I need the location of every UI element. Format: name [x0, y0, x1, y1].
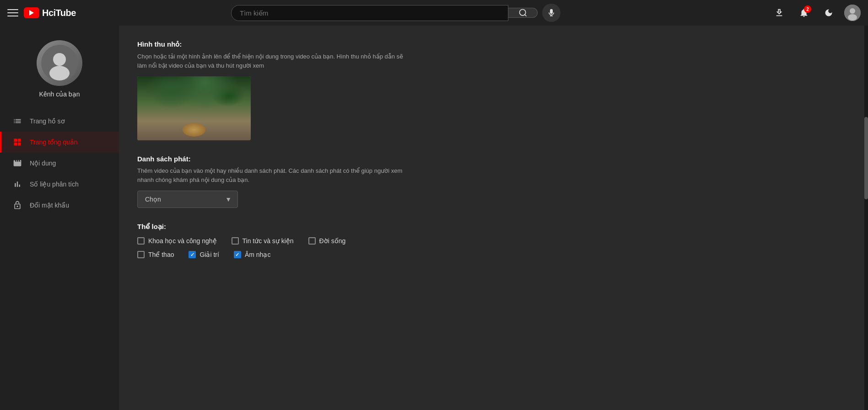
search-input-wrap — [231, 5, 508, 21]
theme-toggle-button[interactable] — [819, 4, 838, 22]
scrollbar-thumb[interactable] — [864, 117, 868, 199]
upload-icon — [774, 8, 784, 18]
category-science[interactable]: Khoa học và công nghệ — [137, 237, 217, 245]
playlist-select[interactable]: Chọn — [137, 191, 238, 208]
sidebar-item-profile[interactable]: Trang hồ sơ — [0, 111, 119, 132]
notifications-button[interactable]: 2 — [795, 4, 813, 22]
avatar-image — [844, 5, 861, 21]
thumbnail-preview[interactable] — [137, 76, 251, 140]
checkbox-music[interactable] — [234, 251, 241, 258]
label-lifestyle: Đời sống — [319, 237, 346, 245]
notification-badge: 2 — [804, 5, 811, 13]
hamburger-menu[interactable] — [7, 7, 18, 18]
sidebar-item-password[interactable]: Đổi mật khẩu — [0, 195, 119, 216]
svg-point-6 — [53, 53, 66, 66]
sidebar-item-dashboard[interactable]: Trang tổng quản — [0, 132, 119, 153]
thumbnail-title: Hình thu nhỏ: — [137, 40, 850, 48]
analytics-icon — [12, 179, 22, 189]
user-avatar[interactable] — [844, 5, 861, 21]
profile-name: Kênh của bạn — [39, 91, 80, 98]
nav-left: HciTube — [7, 7, 126, 18]
list-icon — [12, 116, 22, 126]
sidebar: Kênh của bạn Trang hồ sơ Trang — [0, 26, 119, 410]
mic-icon — [547, 9, 555, 17]
categories-row-1: Khoa học và công nghệ Tin tức và sự kiện… — [137, 237, 850, 245]
logo-icon — [24, 7, 39, 18]
sidebar-label-profile: Trang hồ sơ — [30, 117, 65, 125]
checkbox-news[interactable] — [232, 237, 239, 245]
categories-row-2: Thể thao Giải trí Âm nhạc — [137, 251, 850, 258]
label-sports: Thể thao — [148, 251, 174, 258]
playlist-section: Danh sách phát: Thêm video của bạn vào m… — [137, 155, 850, 208]
search-input[interactable] — [232, 5, 508, 21]
main-content: Hình thu nhỏ: Chọn hoặc tải một hình ảnh… — [119, 26, 868, 410]
profile-avatar[interactable] — [37, 40, 82, 86]
content-icon — [12, 158, 22, 168]
label-news: Tin tức và sự kiện — [243, 237, 294, 245]
label-entertainment: Giải trí — [199, 251, 219, 258]
svg-point-0 — [519, 10, 525, 16]
category-news[interactable]: Tin tức và sự kiện — [232, 237, 294, 245]
sidebar-label-content: Nội dung — [30, 160, 56, 167]
category-entertainment[interactable]: Giải trí — [189, 251, 219, 258]
svg-point-3 — [850, 8, 855, 14]
playlist-select-wrap: Chọn ▼ — [137, 191, 238, 208]
lock-icon — [12, 200, 22, 210]
top-navigation: HciTube 2 — [0, 0, 868, 26]
nav-right: 2 — [770, 4, 861, 22]
categories-grid: Khoa học và công nghệ Tin tức và sự kiện… — [137, 237, 850, 258]
checkbox-entertainment[interactable] — [189, 251, 196, 258]
sidebar-label-analytics: Số liệu phân tích — [30, 181, 79, 188]
checkbox-lifestyle[interactable] — [308, 237, 316, 245]
thumbnail-overlay — [183, 123, 205, 137]
sidebar-item-content[interactable]: Nội dung — [0, 153, 119, 174]
thumbnail-section: Hình thu nhỏ: Chọn hoặc tải một hình ảnh… — [137, 40, 850, 140]
svg-line-1 — [524, 15, 526, 16]
sidebar-item-analytics[interactable]: Số liệu phân tích — [0, 174, 119, 195]
label-science: Khoa học và công nghệ — [148, 237, 217, 245]
sidebar-profile: Kênh của bạn — [0, 33, 119, 107]
search-button[interactable] — [508, 8, 538, 18]
sidebar-label-password: Đổi mật khẩu — [30, 202, 69, 209]
playlist-title: Danh sách phát: — [137, 155, 850, 163]
moon-icon — [824, 8, 833, 17]
upload-button[interactable] — [770, 4, 788, 22]
main-layout: Kênh của bạn Trang hồ sơ Trang — [0, 0, 868, 410]
avatar-placeholder — [37, 40, 82, 86]
scrollbar-track — [864, 26, 868, 410]
category-music[interactable]: Âm nhạc — [234, 251, 270, 258]
categories-title: Thể loại: — [137, 223, 850, 231]
mic-button[interactable] — [542, 4, 561, 22]
logo-text: HciTube — [42, 8, 76, 18]
checkbox-science[interactable] — [137, 237, 145, 245]
dashboard-icon — [12, 137, 22, 147]
sidebar-nav: Trang hồ sơ Trang tổng quản Nội du — [0, 111, 119, 216]
sidebar-label-dashboard: Trang tổng quản — [30, 138, 78, 146]
checkbox-sports[interactable] — [137, 251, 145, 258]
svg-point-7 — [49, 66, 70, 80]
logo[interactable]: HciTube — [24, 7, 76, 18]
thumbnail-image — [137, 76, 251, 140]
thumbnail-description: Chọn hoặc tải một hình ảnh lên để thể hi… — [137, 52, 412, 70]
category-lifestyle[interactable]: Đời sống — [308, 237, 346, 245]
search-icon — [518, 8, 528, 17]
playlist-description: Thêm video của bạn vào một hay nhiều dan… — [137, 166, 412, 184]
categories-section: Thể loại: Khoa học và công nghệ Tin tức … — [137, 223, 850, 258]
search-bar — [231, 4, 561, 22]
category-sports[interactable]: Thể thao — [137, 251, 174, 258]
svg-point-4 — [848, 14, 857, 21]
profile-image — [41, 45, 78, 81]
label-music: Âm nhạc — [245, 251, 270, 258]
